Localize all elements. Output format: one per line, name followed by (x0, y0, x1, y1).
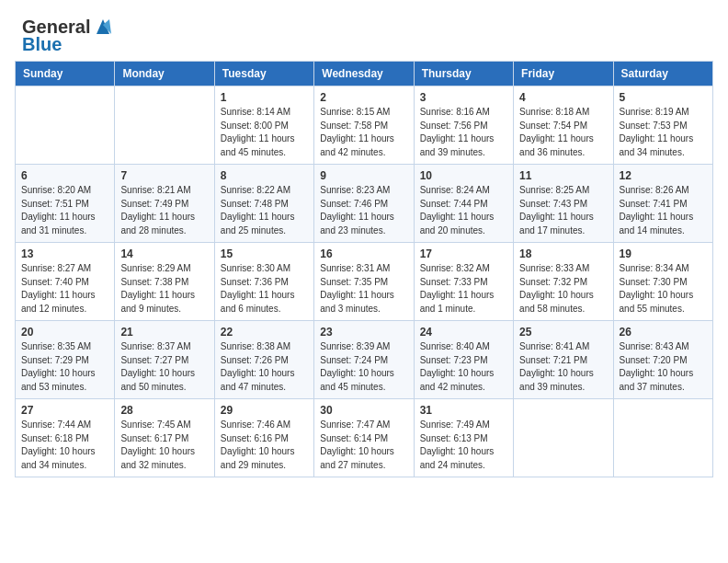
day-info: Sunrise: 8:41 AMSunset: 7:21 PMDaylight:… (519, 340, 607, 394)
day-info: Sunrise: 8:43 AMSunset: 7:20 PMDaylight:… (620, 340, 707, 394)
day-info: Sunrise: 8:30 AMSunset: 7:36 PMDaylight:… (221, 262, 308, 316)
calendar-cell: 21Sunrise: 8:37 AMSunset: 7:27 PMDayligh… (115, 321, 214, 399)
calendar-cell: 25Sunrise: 8:41 AMSunset: 7:21 PMDayligh… (514, 321, 613, 399)
col-header-sunday: Sunday (16, 62, 115, 86)
day-number: 28 (120, 404, 208, 417)
calendar-week-row: 1Sunrise: 8:14 AMSunset: 8:00 PMDaylight… (16, 86, 713, 165)
day-info: Sunrise: 8:19 AMSunset: 7:53 PMDaylight:… (620, 106, 707, 159)
calendar-wrapper: SundayMondayTuesdayWednesdayThursdayFrid… (0, 61, 728, 492)
day-info: Sunrise: 7:47 AMSunset: 6:14 PMDaylight:… (320, 419, 407, 472)
day-info: Sunrise: 8:16 AMSunset: 7:56 PMDaylight:… (420, 106, 507, 159)
day-number: 21 (120, 326, 208, 339)
day-info: Sunrise: 8:25 AMSunset: 7:43 PMDaylight:… (519, 184, 607, 237)
calendar-week-row: 6Sunrise: 8:20 AMSunset: 7:51 PMDaylight… (16, 165, 713, 243)
day-info: Sunrise: 8:35 AMSunset: 7:29 PMDaylight:… (21, 340, 108, 394)
calendar-cell: 13Sunrise: 8:27 AMSunset: 7:40 PMDayligh… (16, 243, 115, 321)
day-info: Sunrise: 7:49 AMSunset: 6:13 PMDaylight:… (420, 419, 507, 472)
day-info: Sunrise: 8:40 AMSunset: 7:23 PMDaylight:… (420, 340, 507, 394)
day-number: 17 (420, 247, 507, 260)
calendar-cell: 4Sunrise: 8:18 AMSunset: 7:54 PMDaylight… (514, 86, 613, 165)
day-info: Sunrise: 8:18 AMSunset: 7:54 PMDaylight:… (519, 106, 607, 159)
col-header-tuesday: Tuesday (214, 62, 313, 86)
day-info: Sunrise: 8:37 AMSunset: 7:27 PMDaylight:… (120, 340, 208, 394)
calendar-cell: 20Sunrise: 8:35 AMSunset: 7:29 PMDayligh… (16, 321, 115, 399)
calendar-cell: 26Sunrise: 8:43 AMSunset: 7:20 PMDayligh… (613, 321, 712, 399)
page-header: General Blue (0, 0, 728, 61)
calendar-body: 1Sunrise: 8:14 AMSunset: 8:00 PMDaylight… (16, 86, 713, 477)
logo-icon (93, 17, 113, 36)
day-number: 26 (620, 326, 707, 339)
day-number: 27 (21, 404, 108, 417)
day-info: Sunrise: 8:22 AMSunset: 7:48 PMDaylight:… (221, 184, 308, 237)
calendar-cell: 8Sunrise: 8:22 AMSunset: 7:48 PMDaylight… (214, 165, 313, 243)
day-number: 1 (221, 91, 308, 104)
calendar-table: SundayMondayTuesdayWednesdayThursdayFrid… (15, 61, 713, 477)
col-header-wednesday: Wednesday (314, 62, 414, 86)
calendar-cell: 12Sunrise: 8:26 AMSunset: 7:41 PMDayligh… (613, 165, 712, 243)
calendar-cell: 16Sunrise: 8:31 AMSunset: 7:35 PMDayligh… (314, 243, 414, 321)
col-header-thursday: Thursday (414, 62, 513, 86)
day-number: 4 (519, 91, 607, 104)
day-info: Sunrise: 8:15 AMSunset: 7:58 PMDaylight:… (320, 106, 407, 159)
day-number: 13 (21, 247, 108, 260)
day-number: 9 (320, 169, 407, 182)
calendar-cell (115, 86, 214, 165)
day-info: Sunrise: 8:26 AMSunset: 7:41 PMDaylight:… (620, 184, 707, 237)
day-number: 10 (420, 169, 507, 182)
calendar-cell: 23Sunrise: 8:39 AMSunset: 7:24 PMDayligh… (314, 321, 414, 399)
col-header-monday: Monday (115, 62, 214, 86)
day-number: 12 (620, 169, 707, 182)
calendar-cell: 22Sunrise: 8:38 AMSunset: 7:26 PMDayligh… (214, 321, 313, 399)
day-info: Sunrise: 8:24 AMSunset: 7:44 PMDaylight:… (420, 184, 507, 237)
day-info: Sunrise: 8:23 AMSunset: 7:46 PMDaylight:… (320, 184, 407, 237)
calendar-cell: 6Sunrise: 8:20 AMSunset: 7:51 PMDaylight… (16, 165, 115, 243)
day-number: 8 (221, 169, 308, 182)
day-number: 20 (21, 326, 108, 339)
logo: General Blue (22, 17, 113, 55)
calendar-cell: 7Sunrise: 8:21 AMSunset: 7:49 PMDaylight… (115, 165, 214, 243)
calendar-cell: 14Sunrise: 8:29 AMSunset: 7:38 PMDayligh… (115, 243, 214, 321)
day-number: 18 (519, 247, 607, 260)
calendar-cell: 19Sunrise: 8:34 AMSunset: 7:30 PMDayligh… (613, 243, 712, 321)
day-number: 16 (320, 247, 407, 260)
day-number: 24 (420, 326, 507, 339)
calendar-cell: 15Sunrise: 8:30 AMSunset: 7:36 PMDayligh… (214, 243, 313, 321)
day-number: 2 (320, 91, 407, 104)
calendar-cell: 10Sunrise: 8:24 AMSunset: 7:44 PMDayligh… (414, 165, 513, 243)
calendar-cell: 2Sunrise: 8:15 AMSunset: 7:58 PMDaylight… (314, 86, 414, 165)
day-info: Sunrise: 8:27 AMSunset: 7:40 PMDaylight:… (21, 262, 108, 316)
calendar-cell: 28Sunrise: 7:45 AMSunset: 6:17 PMDayligh… (115, 399, 214, 477)
day-number: 30 (320, 404, 407, 417)
calendar-cell: 31Sunrise: 7:49 AMSunset: 6:13 PMDayligh… (414, 399, 513, 477)
day-info: Sunrise: 8:31 AMSunset: 7:35 PMDaylight:… (320, 262, 407, 316)
calendar-cell: 27Sunrise: 7:44 AMSunset: 6:18 PMDayligh… (16, 399, 115, 477)
calendar-cell (613, 399, 712, 477)
day-info: Sunrise: 8:39 AMSunset: 7:24 PMDaylight:… (320, 340, 407, 394)
calendar-cell: 3Sunrise: 8:16 AMSunset: 7:56 PMDaylight… (414, 86, 513, 165)
calendar-cell: 5Sunrise: 8:19 AMSunset: 7:53 PMDaylight… (613, 86, 712, 165)
calendar-week-row: 27Sunrise: 7:44 AMSunset: 6:18 PMDayligh… (16, 399, 713, 477)
day-info: Sunrise: 8:29 AMSunset: 7:38 PMDaylight:… (120, 262, 208, 316)
day-number: 6 (21, 169, 108, 182)
day-number: 23 (320, 326, 407, 339)
calendar-cell: 18Sunrise: 8:33 AMSunset: 7:32 PMDayligh… (514, 243, 613, 321)
calendar-week-row: 13Sunrise: 8:27 AMSunset: 7:40 PMDayligh… (16, 243, 713, 321)
day-number: 22 (221, 326, 308, 339)
day-info: Sunrise: 8:33 AMSunset: 7:32 PMDaylight:… (519, 262, 607, 316)
day-info: Sunrise: 7:45 AMSunset: 6:17 PMDaylight:… (120, 419, 208, 472)
day-info: Sunrise: 7:46 AMSunset: 6:16 PMDaylight:… (221, 419, 308, 472)
calendar-cell: 30Sunrise: 7:47 AMSunset: 6:14 PMDayligh… (314, 399, 414, 477)
calendar-cell: 11Sunrise: 8:25 AMSunset: 7:43 PMDayligh… (514, 165, 613, 243)
day-info: Sunrise: 8:21 AMSunset: 7:49 PMDaylight:… (120, 184, 208, 237)
calendar-cell: 17Sunrise: 8:32 AMSunset: 7:33 PMDayligh… (414, 243, 513, 321)
day-number: 5 (620, 91, 707, 104)
day-info: Sunrise: 8:32 AMSunset: 7:33 PMDaylight:… (420, 262, 507, 316)
col-header-saturday: Saturday (613, 62, 712, 86)
calendar-cell: 29Sunrise: 7:46 AMSunset: 6:16 PMDayligh… (214, 399, 313, 477)
day-number: 14 (120, 247, 208, 260)
day-info: Sunrise: 8:38 AMSunset: 7:26 PMDaylight:… (221, 340, 308, 394)
calendar-cell: 1Sunrise: 8:14 AMSunset: 8:00 PMDaylight… (214, 86, 313, 165)
day-number: 25 (519, 326, 607, 339)
logo-blue-text: Blue (22, 34, 62, 55)
calendar-cell: 24Sunrise: 8:40 AMSunset: 7:23 PMDayligh… (414, 321, 513, 399)
